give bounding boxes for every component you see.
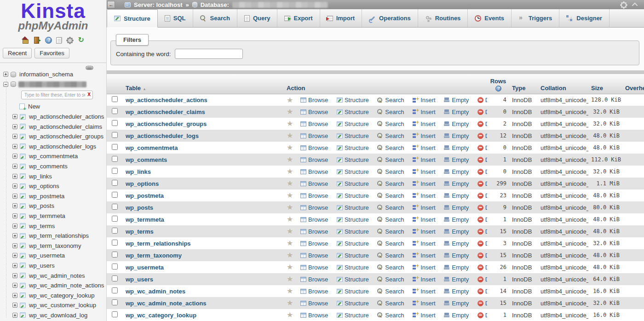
logout-icon[interactable]: [33, 36, 41, 44]
favorite-star-icon[interactable]: [287, 108, 293, 115]
action-empty-link[interactable]: Empty: [444, 144, 469, 151]
favorite-star-icon[interactable]: [287, 204, 293, 211]
action-drop-link[interactable]: Drop: [477, 180, 487, 187]
tab-designer[interactable]: Designer: [559, 9, 610, 27]
tree-item-table[interactable]: wp_posts: [0, 201, 106, 211]
collapse-top-icon[interactable]: [632, 2, 638, 8]
tab-search[interactable]: Search: [193, 9, 237, 27]
tree-filter-input[interactable]: [21, 91, 93, 99]
tree-item-new-table[interactable]: New: [0, 102, 106, 112]
action-drop-link[interactable]: Drop: [477, 109, 487, 115]
expand-plus-icon[interactable]: [12, 303, 17, 308]
expand-plus-icon[interactable]: [3, 72, 8, 77]
table-name-link[interactable]: wp_comments: [126, 156, 167, 163]
table-name-link[interactable]: wp_actionscheduler_groups: [126, 120, 207, 127]
favorite-star-icon[interactable]: [287, 311, 293, 319]
table-name-link[interactable]: wp_actionscheduler_actions: [126, 97, 207, 103]
action-structure-link[interactable]: Structure: [337, 240, 369, 247]
action-empty-link[interactable]: Empty: [444, 132, 469, 139]
action-search-link[interactable]: Search: [377, 252, 404, 259]
action-search-link[interactable]: Search: [377, 168, 404, 175]
row-checkbox[interactable]: [112, 96, 118, 102]
table-name-link[interactable]: wp_options: [126, 180, 159, 187]
action-insert-link[interactable]: Insert: [413, 132, 436, 139]
action-drop-link[interactable]: Drop: [477, 192, 487, 199]
action-browse-link[interactable]: Browse: [300, 264, 328, 271]
expand-plus-icon[interactable]: [12, 134, 17, 139]
action-structure-link[interactable]: Structure: [337, 204, 369, 211]
expand-plus-icon[interactable]: [12, 293, 17, 298]
action-empty-link[interactable]: Empty: [444, 192, 469, 199]
tab-operations[interactable]: Operations: [362, 9, 418, 27]
expand-plus-icon[interactable]: [12, 203, 17, 208]
action-search-link[interactable]: Search: [377, 264, 404, 271]
action-browse-link[interactable]: Browse: [300, 288, 328, 295]
action-browse-link[interactable]: Browse: [300, 240, 328, 247]
action-drop-link[interactable]: Drop: [477, 264, 487, 271]
tree-item-table[interactable]: wp_users: [0, 261, 106, 271]
action-structure-link[interactable]: Structure: [337, 168, 369, 175]
action-insert-link[interactable]: Insert: [413, 156, 436, 163]
tree-item-table[interactable]: wp_term_relationships: [0, 231, 106, 241]
action-insert-link[interactable]: Insert: [413, 276, 436, 283]
expand-plus-icon[interactable]: [12, 154, 17, 159]
favorite-star-icon[interactable]: [287, 192, 293, 199]
breadcrumb-database-label[interactable]: Database:: [201, 1, 229, 8]
action-browse-link[interactable]: Browse: [300, 252, 328, 259]
expand-plus-icon[interactable]: [12, 194, 17, 199]
action-drop-link[interactable]: Drop: [477, 312, 487, 319]
action-empty-link[interactable]: Empty: [444, 240, 469, 247]
action-search-link[interactable]: Search: [377, 120, 404, 127]
table-name-link[interactable]: wp_termmeta: [126, 216, 164, 223]
action-empty-link[interactable]: Empty: [444, 228, 469, 235]
tree-item-table[interactable]: wp_actionscheduler_logs: [0, 142, 106, 152]
action-structure-link[interactable]: Structure: [337, 216, 369, 223]
docs-icon[interactable]: [56, 37, 62, 44]
favorite-star-icon[interactable]: [287, 132, 293, 139]
action-empty-link[interactable]: Empty: [444, 204, 469, 211]
expand-plus-icon[interactable]: [12, 183, 17, 189]
tab-import[interactable]: Import: [320, 9, 362, 27]
action-insert-link[interactable]: Insert: [413, 288, 436, 295]
action-search-link[interactable]: Search: [377, 132, 404, 139]
table-name-link[interactable]: wp_terms: [126, 228, 154, 235]
tab-structure[interactable]: Structure: [107, 9, 158, 28]
row-checkbox[interactable]: [112, 192, 118, 198]
action-search-link[interactable]: Search: [377, 97, 404, 103]
expand-plus-icon[interactable]: [12, 263, 17, 268]
action-insert-link[interactable]: Insert: [413, 204, 436, 211]
help-icon[interactable]: [45, 37, 52, 44]
action-insert-link[interactable]: Insert: [413, 240, 436, 247]
tree-item-table[interactable]: wp_usermeta: [0, 251, 106, 261]
row-checkbox[interactable]: [112, 144, 118, 150]
row-checkbox[interactable]: [112, 168, 118, 174]
expand-plus-icon[interactable]: [12, 164, 17, 169]
action-browse-link[interactable]: Browse: [300, 228, 328, 235]
action-insert-link[interactable]: Insert: [413, 120, 436, 127]
action-search-link[interactable]: Search: [377, 109, 404, 115]
action-empty-link[interactable]: Empty: [444, 156, 469, 163]
action-insert-link[interactable]: Insert: [413, 300, 436, 307]
row-checkbox[interactable]: [112, 311, 118, 317]
favorite-star-icon[interactable]: [287, 144, 293, 151]
row-checkbox[interactable]: [112, 228, 118, 234]
action-structure-link[interactable]: Structure: [337, 97, 369, 103]
action-search-link[interactable]: Search: [377, 192, 404, 199]
action-drop-link[interactable]: Drop: [477, 144, 487, 151]
action-empty-link[interactable]: Empty: [444, 288, 469, 295]
tab-query[interactable]: Query: [237, 9, 278, 27]
favorite-star-icon[interactable]: [287, 180, 293, 187]
expand-plus-icon[interactable]: [12, 233, 17, 238]
table-name-link[interactable]: wp_posts: [126, 204, 153, 211]
action-insert-link[interactable]: Insert: [413, 97, 436, 103]
table-name-link[interactable]: wp_actionscheduler_logs: [126, 132, 199, 139]
action-structure-link[interactable]: Structure: [337, 132, 369, 139]
favorite-star-icon[interactable]: [287, 275, 293, 283]
expand-plus-icon[interactable]: [12, 313, 17, 318]
action-browse-link[interactable]: Browse: [300, 144, 328, 151]
table-name-link[interactable]: wp_wc_admin_notes: [126, 288, 185, 295]
action-browse-link[interactable]: Browse: [300, 109, 328, 115]
expand-plus-icon[interactable]: [12, 213, 17, 218]
expand-plus-icon[interactable]: [12, 124, 17, 129]
action-structure-link[interactable]: Structure: [337, 180, 369, 187]
